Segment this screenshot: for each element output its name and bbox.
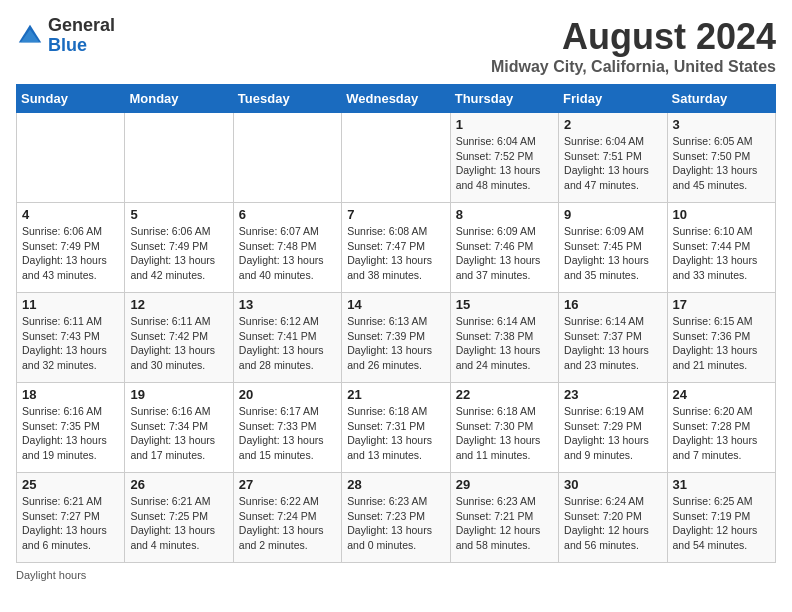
day-cell: 20Sunrise: 6:17 AMSunset: 7:33 PMDayligh… [233, 383, 341, 473]
day-number: 23 [564, 387, 661, 402]
calendar-table: SundayMondayTuesdayWednesdayThursdayFrid… [16, 84, 776, 563]
day-info: Sunrise: 6:18 AMSunset: 7:30 PMDaylight:… [456, 404, 553, 463]
day-cell: 21Sunrise: 6:18 AMSunset: 7:31 PMDayligh… [342, 383, 450, 473]
header-row: SundayMondayTuesdayWednesdayThursdayFrid… [17, 85, 776, 113]
day-info: Sunrise: 6:20 AMSunset: 7:28 PMDaylight:… [673, 404, 770, 463]
day-cell: 23Sunrise: 6:19 AMSunset: 7:29 PMDayligh… [559, 383, 667, 473]
col-header-sunday: Sunday [17, 85, 125, 113]
day-number: 21 [347, 387, 444, 402]
day-number: 1 [456, 117, 553, 132]
day-cell: 24Sunrise: 6:20 AMSunset: 7:28 PMDayligh… [667, 383, 775, 473]
day-info: Sunrise: 6:16 AMSunset: 7:35 PMDaylight:… [22, 404, 119, 463]
month-title: August 2024 [491, 16, 776, 58]
day-cell: 4Sunrise: 6:06 AMSunset: 7:49 PMDaylight… [17, 203, 125, 293]
day-number: 18 [22, 387, 119, 402]
day-number: 29 [456, 477, 553, 492]
day-number: 15 [456, 297, 553, 312]
day-cell: 1Sunrise: 6:04 AMSunset: 7:52 PMDaylight… [450, 113, 558, 203]
day-info: Sunrise: 6:07 AMSunset: 7:48 PMDaylight:… [239, 224, 336, 283]
day-number: 12 [130, 297, 227, 312]
day-cell [17, 113, 125, 203]
day-info: Sunrise: 6:21 AMSunset: 7:25 PMDaylight:… [130, 494, 227, 553]
col-header-wednesday: Wednesday [342, 85, 450, 113]
title-area: August 2024 Midway City, California, Uni… [491, 16, 776, 76]
day-info: Sunrise: 6:10 AMSunset: 7:44 PMDaylight:… [673, 224, 770, 283]
day-info: Sunrise: 6:24 AMSunset: 7:20 PMDaylight:… [564, 494, 661, 553]
col-header-tuesday: Tuesday [233, 85, 341, 113]
day-info: Sunrise: 6:04 AMSunset: 7:51 PMDaylight:… [564, 134, 661, 193]
day-cell: 28Sunrise: 6:23 AMSunset: 7:23 PMDayligh… [342, 473, 450, 563]
day-info: Sunrise: 6:04 AMSunset: 7:52 PMDaylight:… [456, 134, 553, 193]
day-cell: 11Sunrise: 6:11 AMSunset: 7:43 PMDayligh… [17, 293, 125, 383]
logo-blue-text: Blue [48, 35, 87, 55]
day-cell [233, 113, 341, 203]
day-cell: 30Sunrise: 6:24 AMSunset: 7:20 PMDayligh… [559, 473, 667, 563]
day-info: Sunrise: 6:14 AMSunset: 7:37 PMDaylight:… [564, 314, 661, 373]
day-cell: 5Sunrise: 6:06 AMSunset: 7:49 PMDaylight… [125, 203, 233, 293]
day-cell: 25Sunrise: 6:21 AMSunset: 7:27 PMDayligh… [17, 473, 125, 563]
logo-general-text: General [48, 15, 115, 35]
week-row-1: 1Sunrise: 6:04 AMSunset: 7:52 PMDaylight… [17, 113, 776, 203]
day-info: Sunrise: 6:11 AMSunset: 7:43 PMDaylight:… [22, 314, 119, 373]
day-info: Sunrise: 6:18 AMSunset: 7:31 PMDaylight:… [347, 404, 444, 463]
day-info: Sunrise: 6:23 AMSunset: 7:23 PMDaylight:… [347, 494, 444, 553]
week-row-2: 4Sunrise: 6:06 AMSunset: 7:49 PMDaylight… [17, 203, 776, 293]
day-number: 25 [22, 477, 119, 492]
day-cell: 8Sunrise: 6:09 AMSunset: 7:46 PMDaylight… [450, 203, 558, 293]
col-header-friday: Friday [559, 85, 667, 113]
day-cell: 3Sunrise: 6:05 AMSunset: 7:50 PMDaylight… [667, 113, 775, 203]
day-cell: 9Sunrise: 6:09 AMSunset: 7:45 PMDaylight… [559, 203, 667, 293]
day-cell: 17Sunrise: 6:15 AMSunset: 7:36 PMDayligh… [667, 293, 775, 383]
day-number: 11 [22, 297, 119, 312]
day-cell: 29Sunrise: 6:23 AMSunset: 7:21 PMDayligh… [450, 473, 558, 563]
day-info: Sunrise: 6:05 AMSunset: 7:50 PMDaylight:… [673, 134, 770, 193]
col-header-monday: Monday [125, 85, 233, 113]
day-info: Sunrise: 6:15 AMSunset: 7:36 PMDaylight:… [673, 314, 770, 373]
day-cell: 7Sunrise: 6:08 AMSunset: 7:47 PMDaylight… [342, 203, 450, 293]
day-cell: 15Sunrise: 6:14 AMSunset: 7:38 PMDayligh… [450, 293, 558, 383]
day-cell: 19Sunrise: 6:16 AMSunset: 7:34 PMDayligh… [125, 383, 233, 473]
day-info: Sunrise: 6:06 AMSunset: 7:49 PMDaylight:… [130, 224, 227, 283]
col-header-saturday: Saturday [667, 85, 775, 113]
day-cell: 10Sunrise: 6:10 AMSunset: 7:44 PMDayligh… [667, 203, 775, 293]
day-number: 9 [564, 207, 661, 222]
day-cell: 13Sunrise: 6:12 AMSunset: 7:41 PMDayligh… [233, 293, 341, 383]
day-cell: 2Sunrise: 6:04 AMSunset: 7:51 PMDaylight… [559, 113, 667, 203]
day-number: 22 [456, 387, 553, 402]
day-cell: 27Sunrise: 6:22 AMSunset: 7:24 PMDayligh… [233, 473, 341, 563]
day-cell [342, 113, 450, 203]
day-number: 30 [564, 477, 661, 492]
day-cell [125, 113, 233, 203]
footer-note: Daylight hours [16, 569, 776, 581]
day-number: 7 [347, 207, 444, 222]
col-header-thursday: Thursday [450, 85, 558, 113]
day-info: Sunrise: 6:21 AMSunset: 7:27 PMDaylight:… [22, 494, 119, 553]
daylight-hours-note: Daylight hours [16, 569, 86, 581]
logo: General Blue [16, 16, 115, 56]
day-cell: 31Sunrise: 6:25 AMSunset: 7:19 PMDayligh… [667, 473, 775, 563]
day-number: 20 [239, 387, 336, 402]
day-info: Sunrise: 6:19 AMSunset: 7:29 PMDaylight:… [564, 404, 661, 463]
day-number: 24 [673, 387, 770, 402]
day-number: 4 [22, 207, 119, 222]
day-cell: 6Sunrise: 6:07 AMSunset: 7:48 PMDaylight… [233, 203, 341, 293]
day-cell: 18Sunrise: 6:16 AMSunset: 7:35 PMDayligh… [17, 383, 125, 473]
day-number: 27 [239, 477, 336, 492]
day-number: 5 [130, 207, 227, 222]
day-cell: 22Sunrise: 6:18 AMSunset: 7:30 PMDayligh… [450, 383, 558, 473]
day-number: 19 [130, 387, 227, 402]
week-row-3: 11Sunrise: 6:11 AMSunset: 7:43 PMDayligh… [17, 293, 776, 383]
day-info: Sunrise: 6:11 AMSunset: 7:42 PMDaylight:… [130, 314, 227, 373]
day-number: 8 [456, 207, 553, 222]
logo-icon [16, 22, 44, 50]
week-row-4: 18Sunrise: 6:16 AMSunset: 7:35 PMDayligh… [17, 383, 776, 473]
day-number: 2 [564, 117, 661, 132]
week-row-5: 25Sunrise: 6:21 AMSunset: 7:27 PMDayligh… [17, 473, 776, 563]
day-number: 26 [130, 477, 227, 492]
day-number: 6 [239, 207, 336, 222]
day-info: Sunrise: 6:16 AMSunset: 7:34 PMDaylight:… [130, 404, 227, 463]
day-info: Sunrise: 6:09 AMSunset: 7:46 PMDaylight:… [456, 224, 553, 283]
day-cell: 14Sunrise: 6:13 AMSunset: 7:39 PMDayligh… [342, 293, 450, 383]
day-info: Sunrise: 6:14 AMSunset: 7:38 PMDaylight:… [456, 314, 553, 373]
day-info: Sunrise: 6:22 AMSunset: 7:24 PMDaylight:… [239, 494, 336, 553]
